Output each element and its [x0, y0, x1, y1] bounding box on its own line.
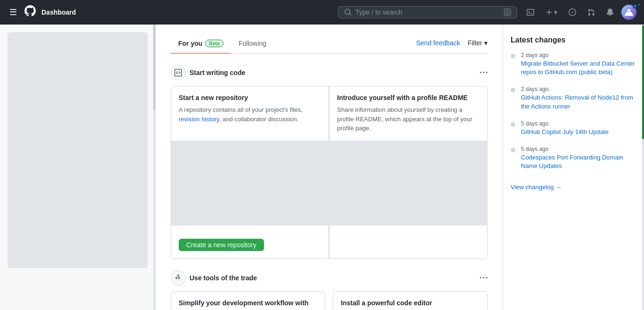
profile-readme-card-desc: Share information about yourself by crea… [337, 105, 479, 133]
section1-header: Start writing code [171, 65, 487, 80]
changelog-list: 2 days ago Migrate Bitbucket Server and … [511, 52, 636, 170]
send-feedback-button[interactable]: Send feedback [416, 39, 460, 47]
start-writing-code-card-group: Start a new repository A repository cont… [171, 86, 487, 259]
create-new-repository-button[interactable]: Create a new repository [179, 239, 264, 251]
use-tools-section: Use tools of the trade Simplify your dev… [171, 270, 487, 310]
cards-top-row: Start a new repository A repository cont… [171, 86, 487, 141]
code-editor-card: Install a powerful code editor [333, 291, 487, 310]
code-editor-card-title: Install a powerful code editor [341, 299, 479, 307]
feed-tabs: For you Beta Following Send feedback Fil… [171, 36, 487, 54]
sidebar-scrollbar-track [153, 25, 155, 310]
avatar-container [621, 5, 636, 20]
changelog-time: 5 days ago [521, 146, 636, 152]
section2-header: Use tools of the trade [171, 270, 487, 285]
following-label: Following [239, 40, 266, 47]
avatar-notification-dot [633, 4, 637, 8]
latest-changes-title: Latest changes [511, 36, 636, 44]
changelog-time: 5 days ago [521, 120, 609, 127]
sidebar-scrollbar-thumb[interactable] [153, 25, 155, 110]
profile-readme-action [329, 226, 487, 259]
new-repo-card-desc: A repository contains all of your projec… [179, 105, 321, 124]
new-item-button[interactable]: ▾ [542, 7, 561, 18]
tabs-right-actions: Send feedback Filter ▾ [416, 39, 487, 50]
view-changelog-link[interactable]: View changelog → [511, 184, 561, 191]
changelog-content: 5 days ago GitHub Copilot July 14th Upda… [521, 120, 609, 136]
new-repo-card-title: Start a new repository [179, 94, 321, 101]
right-scrollbar-thumb[interactable] [642, 25, 644, 139]
simplify-workflow-card-title: Simplify your development workflow with [179, 299, 317, 307]
section2-title: Use tools of the trade [190, 274, 257, 282]
profile-readme-card-title: Introduce yourself with a profile README [337, 94, 479, 101]
changelog-dot [511, 54, 515, 59]
changelog-item: 2 days ago GitHub Actions: Removal of No… [511, 86, 636, 110]
app-header: ☰ Dashboard Type / to search / ▾ [0, 0, 644, 25]
changelog-item: 5 days ago Codespaces Port Forwarding Do… [511, 146, 636, 170]
notifications-button[interactable] [603, 5, 618, 20]
sidebar-content-placeholder [8, 32, 148, 268]
profile-readme-card: Introduce yourself with a profile README… [329, 86, 487, 141]
code-icon [171, 65, 186, 80]
create-repo-action: Create a new repository [171, 226, 329, 259]
search-shortcut-kbd: / [504, 8, 511, 16]
right-scrollbar-track [642, 25, 644, 310]
cards-image-placeholder [171, 141, 487, 226]
changelog-item: 2 days ago Migrate Bitbucket Server and … [511, 52, 636, 76]
sidebar [0, 25, 156, 310]
search-placeholder-text: Type / to search [355, 8, 403, 16]
changelog-link[interactable]: Codespaces Port Forwarding Domain Name U… [521, 153, 636, 170]
changelog-link[interactable]: GitHub Copilot July 14th Update [521, 128, 609, 136]
terminal-button[interactable] [523, 5, 538, 20]
filter-chevron-icon: ▾ [484, 39, 487, 47]
changelog-time: 2 days ago [521, 52, 636, 59]
right-panel: Latest changes 2 days ago Migrate Bitbuc… [503, 25, 644, 310]
issues-button[interactable] [565, 5, 580, 20]
notification-dot [637, 3, 641, 7]
main-content: For you Beta Following Send feedback Fil… [156, 25, 503, 310]
changelog-dot [511, 88, 515, 92]
section2-more-button[interactable] [480, 274, 487, 282]
filter-button[interactable]: Filter ▾ [468, 39, 487, 47]
main-layout: For you Beta Following Send feedback Fil… [0, 25, 644, 310]
changelog-dot [511, 148, 515, 152]
changelog-link[interactable]: GitHub Actions: Removal of Node12 from t… [521, 93, 636, 110]
changelog-item: 5 days ago GitHub Copilot July 14th Upda… [511, 120, 636, 136]
changelog-content: 2 days ago GitHub Actions: Removal of No… [521, 86, 636, 110]
section1-more-button[interactable] [480, 69, 487, 76]
changelog-dot [511, 122, 515, 127]
changelog-link[interactable]: Migrate Bitbucket Server and Data Center… [521, 59, 636, 76]
tab-for-you[interactable]: For you Beta [171, 36, 231, 54]
plus-chevron: ▾ [554, 8, 557, 16]
tools-icon [171, 270, 186, 285]
for-you-label: For you [178, 40, 202, 47]
new-repo-card: Start a new repository A repository cont… [171, 86, 329, 141]
revision-history-link[interactable]: revision history [179, 116, 219, 123]
page-title: Dashboard [41, 8, 76, 16]
section1-title: Start writing code [190, 69, 245, 76]
tab-following[interactable]: Following [231, 36, 274, 54]
beta-badge: Beta [205, 40, 223, 47]
start-writing-code-section: Start writing code Start a new repositor… [171, 65, 487, 259]
header-actions: ▾ [523, 5, 636, 20]
simplify-workflow-card: Simplify your development workflow with [171, 291, 325, 310]
changelog-content: 2 days ago Migrate Bitbucket Server and … [521, 52, 636, 76]
pullrequest-button[interactable] [584, 5, 599, 20]
cards-bottom-row: Create a new repository [171, 226, 487, 259]
filter-label: Filter [468, 39, 482, 47]
search-bar[interactable]: Type / to search / [338, 6, 517, 18]
github-logo [25, 5, 36, 19]
changelog-time: 2 days ago [521, 86, 636, 92]
hamburger-button[interactable]: ☰ [8, 5, 19, 19]
changelog-content: 5 days ago Codespaces Port Forwarding Do… [521, 146, 636, 170]
tools-cards-grid: Simplify your development workflow with … [171, 291, 487, 310]
